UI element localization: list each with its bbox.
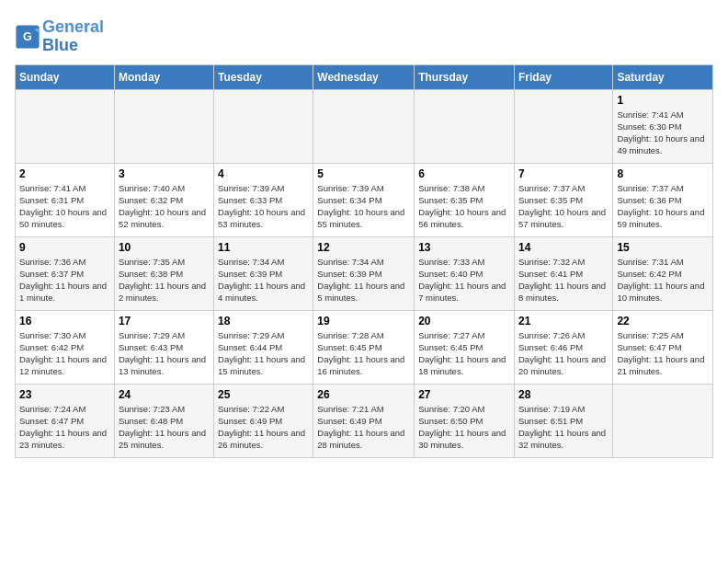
week-row-2: 2Sunrise: 7:41 AM Sunset: 6:31 PM Daylig… [16, 163, 713, 236]
day-info: Sunrise: 7:39 AM Sunset: 6:33 PM Dayligh… [218, 182, 309, 231]
day-number: 24 [119, 388, 210, 401]
day-cell: 28Sunrise: 7:19 AM Sunset: 6:51 PM Dayli… [514, 384, 612, 457]
day-number: 3 [119, 167, 210, 180]
day-info: Sunrise: 7:23 AM Sunset: 6:48 PM Dayligh… [119, 403, 210, 452]
day-info: Sunrise: 7:20 AM Sunset: 6:50 PM Dayligh… [418, 403, 510, 452]
header-tuesday: Tuesday [214, 64, 313, 89]
day-info: Sunrise: 7:40 AM Sunset: 6:32 PM Dayligh… [119, 182, 210, 231]
day-number: 23 [19, 388, 110, 401]
logo: G General Blue [15, 18, 104, 55]
header-monday: Monday [114, 64, 213, 89]
week-row-3: 9Sunrise: 7:36 AM Sunset: 6:37 PM Daylig… [16, 236, 713, 310]
day-number: 5 [317, 167, 410, 180]
day-cell [313, 89, 415, 163]
day-number: 10 [119, 241, 210, 254]
day-cell: 5Sunrise: 7:39 AM Sunset: 6:34 PM Daylig… [313, 163, 415, 236]
day-cell: 15Sunrise: 7:31 AM Sunset: 6:42 PM Dayli… [613, 236, 713, 310]
day-cell: 22Sunrise: 7:25 AM Sunset: 6:47 PM Dayli… [613, 310, 713, 384]
logo-icon: G [15, 24, 40, 50]
day-info: Sunrise: 7:27 AM Sunset: 6:45 PM Dayligh… [418, 329, 510, 378]
day-info: Sunrise: 7:21 AM Sunset: 6:49 PM Dayligh… [317, 403, 410, 452]
header-wednesday: Wednesday [313, 64, 415, 89]
day-number: 28 [518, 388, 609, 401]
day-info: Sunrise: 7:39 AM Sunset: 6:34 PM Dayligh… [317, 182, 410, 231]
day-number: 8 [617, 167, 709, 180]
day-number: 4 [218, 167, 309, 180]
svg-text:G: G [23, 30, 32, 43]
day-cell: 1Sunrise: 7:41 AM Sunset: 6:30 PM Daylig… [613, 89, 713, 163]
day-number: 14 [518, 241, 609, 254]
day-info: Sunrise: 7:32 AM Sunset: 6:41 PM Dayligh… [518, 256, 609, 304]
day-number: 15 [617, 241, 709, 254]
header-sunday: Sunday [16, 64, 115, 89]
day-info: Sunrise: 7:34 AM Sunset: 6:39 PM Dayligh… [317, 256, 410, 304]
day-number: 2 [19, 167, 110, 180]
day-cell: 19Sunrise: 7:28 AM Sunset: 6:45 PM Dayli… [313, 310, 415, 384]
day-number: 12 [317, 241, 410, 254]
day-info: Sunrise: 7:37 AM Sunset: 6:35 PM Dayligh… [518, 182, 609, 231]
day-number: 16 [19, 315, 110, 327]
day-info: Sunrise: 7:41 AM Sunset: 6:30 PM Dayligh… [617, 109, 709, 157]
day-info: Sunrise: 7:28 AM Sunset: 6:45 PM Dayligh… [317, 329, 410, 378]
day-cell: 21Sunrise: 7:26 AM Sunset: 6:46 PM Dayli… [514, 310, 612, 384]
day-cell [415, 89, 515, 163]
day-cell: 17Sunrise: 7:29 AM Sunset: 6:43 PM Dayli… [114, 310, 213, 384]
day-cell [613, 384, 713, 457]
day-number: 6 [418, 167, 510, 180]
day-cell: 2Sunrise: 7:41 AM Sunset: 6:31 PM Daylig… [16, 163, 115, 236]
day-number: 1 [617, 94, 709, 107]
day-number: 9 [19, 241, 110, 254]
day-info: Sunrise: 7:41 AM Sunset: 6:31 PM Dayligh… [19, 182, 110, 231]
day-cell: 23Sunrise: 7:24 AM Sunset: 6:47 PM Dayli… [16, 384, 115, 457]
day-number: 26 [317, 388, 410, 401]
day-info: Sunrise: 7:24 AM Sunset: 6:47 PM Dayligh… [19, 403, 110, 452]
day-info: Sunrise: 7:29 AM Sunset: 6:43 PM Dayligh… [119, 329, 210, 378]
day-cell: 11Sunrise: 7:34 AM Sunset: 6:39 PM Dayli… [214, 236, 313, 310]
day-cell: 20Sunrise: 7:27 AM Sunset: 6:45 PM Dayli… [415, 310, 515, 384]
day-info: Sunrise: 7:29 AM Sunset: 6:44 PM Dayligh… [218, 329, 309, 378]
day-number: 13 [418, 241, 510, 254]
day-info: Sunrise: 7:37 AM Sunset: 6:36 PM Dayligh… [617, 182, 709, 231]
day-info: Sunrise: 7:26 AM Sunset: 6:46 PM Dayligh… [518, 329, 609, 378]
day-cell: 10Sunrise: 7:35 AM Sunset: 6:38 PM Dayli… [114, 236, 213, 310]
day-info: Sunrise: 7:22 AM Sunset: 6:49 PM Dayligh… [218, 403, 309, 452]
day-info: Sunrise: 7:30 AM Sunset: 6:42 PM Dayligh… [19, 329, 110, 378]
day-cell: 3Sunrise: 7:40 AM Sunset: 6:32 PM Daylig… [114, 163, 213, 236]
week-row-1: 1Sunrise: 7:41 AM Sunset: 6:30 PM Daylig… [16, 89, 713, 163]
calendar-header-row: SundayMondayTuesdayWednesdayThursdayFrid… [16, 64, 713, 89]
day-cell [16, 89, 115, 163]
header-saturday: Saturday [613, 64, 713, 89]
day-cell: 25Sunrise: 7:22 AM Sunset: 6:49 PM Dayli… [214, 384, 313, 457]
day-info: Sunrise: 7:38 AM Sunset: 6:35 PM Dayligh… [418, 182, 510, 231]
day-info: Sunrise: 7:19 AM Sunset: 6:51 PM Dayligh… [518, 403, 609, 452]
day-cell: 16Sunrise: 7:30 AM Sunset: 6:42 PM Dayli… [16, 310, 115, 384]
day-number: 11 [218, 241, 309, 254]
day-info: Sunrise: 7:36 AM Sunset: 6:37 PM Dayligh… [19, 256, 110, 304]
header-thursday: Thursday [415, 64, 515, 89]
day-number: 17 [119, 315, 210, 327]
header-friday: Friday [514, 64, 612, 89]
day-cell [214, 89, 313, 163]
day-cell: 13Sunrise: 7:33 AM Sunset: 6:40 PM Dayli… [415, 236, 515, 310]
day-cell [514, 89, 612, 163]
day-info: Sunrise: 7:31 AM Sunset: 6:42 PM Dayligh… [617, 256, 709, 304]
day-cell: 4Sunrise: 7:39 AM Sunset: 6:33 PM Daylig… [214, 163, 313, 236]
day-number: 22 [617, 315, 709, 327]
day-number: 20 [418, 315, 510, 327]
day-info: Sunrise: 7:25 AM Sunset: 6:47 PM Dayligh… [617, 329, 709, 378]
day-cell: 8Sunrise: 7:37 AM Sunset: 6:36 PM Daylig… [613, 163, 713, 236]
week-row-5: 23Sunrise: 7:24 AM Sunset: 6:47 PM Dayli… [16, 384, 713, 457]
day-number: 21 [518, 315, 609, 327]
week-row-4: 16Sunrise: 7:30 AM Sunset: 6:42 PM Dayli… [16, 310, 713, 384]
header: G General Blue [15, 15, 713, 55]
day-number: 25 [218, 388, 309, 401]
day-number: 18 [218, 315, 309, 327]
day-info: Sunrise: 7:35 AM Sunset: 6:38 PM Dayligh… [119, 256, 210, 304]
day-info: Sunrise: 7:34 AM Sunset: 6:39 PM Dayligh… [218, 256, 309, 304]
day-cell: 7Sunrise: 7:37 AM Sunset: 6:35 PM Daylig… [514, 163, 612, 236]
day-number: 27 [418, 388, 510, 401]
day-cell: 14Sunrise: 7:32 AM Sunset: 6:41 PM Dayli… [514, 236, 612, 310]
calendar-table: SundayMondayTuesdayWednesdayThursdayFrid… [15, 64, 713, 458]
day-number: 7 [518, 167, 609, 180]
day-cell: 27Sunrise: 7:20 AM Sunset: 6:50 PM Dayli… [415, 384, 515, 457]
